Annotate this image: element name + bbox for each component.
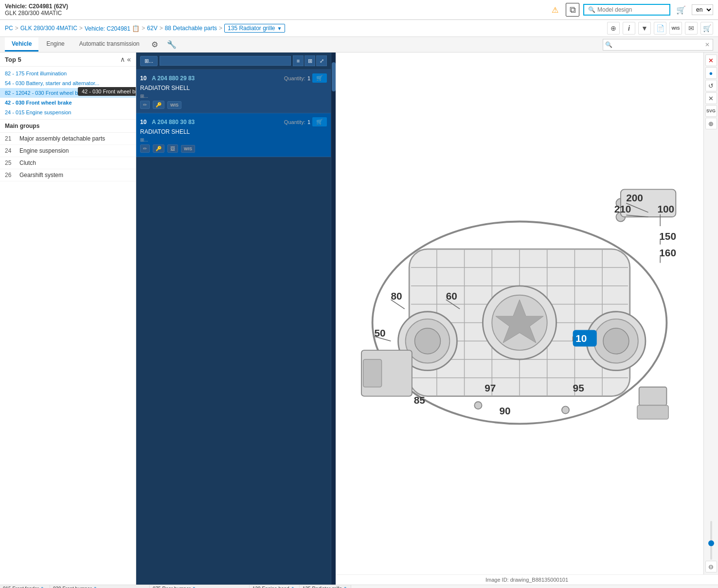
- group-item-24[interactable]: 24 Engine suspension: [0, 145, 136, 157]
- qty-val-1: 1: [307, 119, 310, 125]
- slider-thumb[interactable]: [708, 540, 714, 546]
- breadcrumb-pc[interactable]: PC: [5, 25, 13, 32]
- part-num-0[interactable]: A 204 880 29 83: [152, 75, 284, 82]
- zoom-slider[interactable]: [710, 521, 712, 560]
- zoom-out-btn[interactable]: ⊖: [705, 561, 717, 572]
- wis-tool[interactable]: WIS: [669, 22, 682, 35]
- expand-btn[interactable]: ✕: [705, 92, 717, 104]
- tab-icon-settings[interactable]: ⚙: [147, 37, 162, 52]
- group-item-25[interactable]: 25 Clutch: [0, 157, 136, 169]
- part-qty-1: Quantity: 1 🛒: [284, 117, 327, 126]
- thumb-group-135[interactable]: 135 Radiator grille ✎: [300, 585, 351, 588]
- svg-btn[interactable]: SVG: [705, 105, 717, 117]
- mail-tool[interactable]: ✉: [685, 22, 698, 35]
- add-cart-btn-1[interactable]: 🛒: [312, 117, 327, 126]
- main-groups-list: 21 Major assembly detachable parts 24 En…: [0, 133, 136, 585]
- part-pos-0: 10: [140, 75, 152, 82]
- top5-item-0[interactable]: 82 - 175 Front illumination: [0, 69, 136, 78]
- zoom-in-btn[interactable]: ⊕: [705, 118, 717, 129]
- breadcrumb-model[interactable]: GLK 280/300 4MATIC: [20, 25, 77, 32]
- part-name-1: RADIATOR SHELL: [140, 128, 327, 135]
- svg-rect-29: [639, 387, 667, 406]
- pencil-icon-0[interactable]: ✏: [140, 101, 150, 109]
- breadcrumb-62v[interactable]: 62V: [147, 25, 157, 32]
- list-view-btn[interactable]: ≡: [293, 55, 304, 66]
- center-search-input[interactable]: [160, 56, 291, 66]
- search-icon: 🔍: [588, 6, 595, 13]
- center-scrollbar[interactable]: [331, 53, 336, 585]
- part-action-icons-0: ✏ 🔑 WIS: [140, 101, 327, 109]
- parts-panel: ⊞... ≡ ⊞ ⤢ 10 A 204 880 29 83 Quantity:: [136, 53, 331, 585]
- part-num-1[interactable]: A 204 880 30 83: [152, 119, 284, 125]
- doc-tool[interactable]: 📄: [654, 22, 666, 35]
- expand-view-btn[interactable]: ⤢: [316, 55, 327, 66]
- group-name-26: Gearshift system: [19, 172, 63, 178]
- top5-arrows[interactable]: «: [127, 55, 131, 63]
- edit-icon-135[interactable]: ✎: [344, 586, 348, 588]
- alert-icon[interactable]: ⚠: [548, 3, 562, 17]
- tab-search-clear[interactable]: ✕: [702, 39, 713, 50]
- label-90: 90: [499, 405, 510, 416]
- sep4: >: [160, 25, 163, 32]
- part-icons-row-0: ⊞...: [140, 93, 327, 99]
- edit-icon-030[interactable]: ✎: [94, 586, 98, 588]
- cart-tool[interactable]: 🛒: [700, 22, 713, 35]
- top5-item-4[interactable]: 24 - 015 Engine suspension: [0, 107, 136, 117]
- top5-item-1[interactable]: 54 - 030 Battery, starter and alternator…: [0, 78, 136, 88]
- edit-icon-015[interactable]: ✎: [41, 586, 45, 588]
- svg-rect-30: [637, 406, 668, 419]
- breadcrumb-88[interactable]: 88 Detachable parts: [165, 25, 217, 32]
- add-cart-btn-0[interactable]: 🛒: [312, 73, 327, 83]
- qty-val-0: 1: [307, 75, 310, 81]
- label-10-selected: 10: [575, 333, 587, 344]
- edit-icon-075[interactable]: ✎: [193, 586, 197, 588]
- center-filter-btn[interactable]: ⊞...: [140, 56, 158, 66]
- thumb-group-015[interactable]: 015 Front fender ✎: [0, 585, 50, 588]
- wis-icon-0[interactable]: WIS: [167, 101, 181, 109]
- filter-tool[interactable]: ▼: [638, 22, 651, 35]
- history-btn[interactable]: ↺: [705, 80, 717, 91]
- sep1: >: [15, 25, 18, 32]
- thumb-label-015: 015 Front fender ✎: [0, 585, 50, 588]
- group-num-21: 21: [5, 135, 17, 142]
- language-select[interactable]: en de: [692, 4, 713, 15]
- pencil-icon-1[interactable]: ✏: [140, 144, 150, 153]
- tab-vehicle[interactable]: Vehicle: [5, 37, 38, 52]
- part-icons-row-1: ⊞...: [140, 137, 327, 143]
- left-panel: Top 5 ∧ « 82 - 175 Front illumination 54…: [0, 53, 136, 585]
- zoom-in-tool[interactable]: ⊕: [607, 22, 620, 35]
- close-btn[interactable]: ✕: [705, 54, 717, 66]
- key-icon-0[interactable]: 🔑: [153, 101, 164, 109]
- key-icon-1[interactable]: 🔑: [153, 144, 164, 153]
- thumb-group-120[interactable]: 120 Engine hood ✎: [250, 585, 300, 588]
- tab-transmission[interactable]: Automatic transmission: [72, 37, 146, 52]
- info-tool[interactable]: i: [623, 22, 635, 35]
- copy-icon[interactable]: ⧉: [566, 3, 579, 17]
- grid-dots-1[interactable]: ⊞...: [140, 137, 148, 143]
- tab-icon-wrench[interactable]: 🔧: [163, 37, 180, 52]
- group-num-25: 25: [5, 160, 17, 166]
- group-item-26[interactable]: 26 Gearshift system: [0, 169, 136, 181]
- group-item-21[interactable]: 21 Major assembly detachable parts: [0, 133, 136, 145]
- breadcrumb-vehicle[interactable]: Vehicle: C204981 📋: [85, 25, 140, 32]
- wis-icon-1[interactable]: WIS: [181, 145, 195, 153]
- top5-item-3[interactable]: 42 - 030 Front wheel brake: [0, 98, 136, 107]
- edit-icon-120[interactable]: ✎: [291, 586, 295, 588]
- label-85: 85: [414, 394, 425, 406]
- top5-item-2[interactable]: 82 - 12042 - 030 Front wheel brake 42 - …: [0, 88, 136, 98]
- breadcrumb-current[interactable]: 135 Radiator grille ▼: [224, 24, 285, 33]
- model-search-input[interactable]: [597, 6, 665, 13]
- breadcrumb-nav: PC > GLK 280/300 4MATIC > Vehicle: C2049…: [5, 24, 285, 33]
- tab-search-input[interactable]: [614, 39, 702, 50]
- tab-engine[interactable]: Engine: [39, 37, 71, 52]
- cart-icon[interactable]: 🛒: [674, 3, 688, 17]
- top5-collapse[interactable]: ∧: [120, 55, 125, 63]
- thumb-group-075[interactable]: 075 Rear bumper ✎: [150, 585, 250, 588]
- vehicle-title: Vehicle: C204981 (62V): [5, 3, 68, 10]
- center-scroll-thumb[interactable]: [332, 62, 336, 91]
- grid-dots-0[interactable]: ⊞...: [140, 93, 148, 99]
- circle-btn[interactable]: ●: [705, 67, 717, 79]
- grid-view-btn[interactable]: ⊞: [305, 55, 315, 66]
- image-icon-1[interactable]: 🖼: [167, 144, 178, 153]
- thumb-group-030[interactable]: 030 Front bumper ✎: [50, 585, 150, 588]
